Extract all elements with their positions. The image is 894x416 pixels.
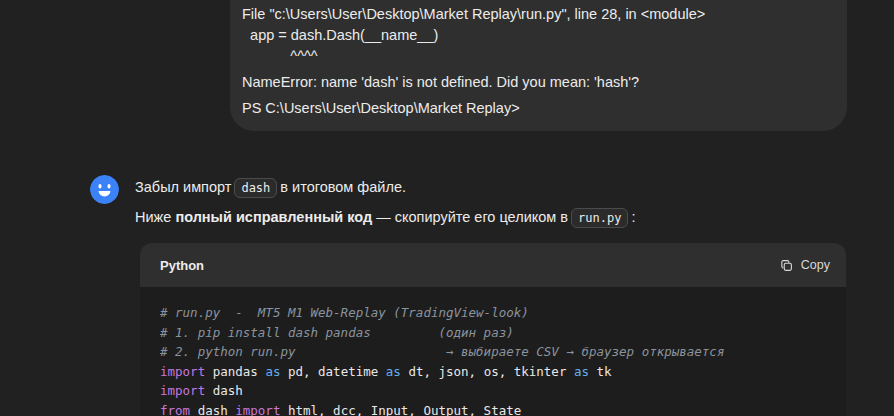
- inline-code: run.py: [571, 208, 628, 228]
- code-token-plain: tk: [589, 364, 612, 379]
- text-run: Ниже: [135, 209, 175, 225]
- code-line: import pandas as pd, datetime as dt, jso…: [160, 362, 826, 382]
- code-line: import dash: [160, 381, 826, 401]
- smiley-face-icon: [90, 175, 119, 204]
- code-token-plain: pd, datetime: [280, 364, 385, 379]
- bold-text: полный исправленный код: [175, 209, 372, 225]
- code-block: Python Copy # run.py - MT5 M1 Web-Replay…: [140, 243, 846, 416]
- chat-page: File "c:\Users\User\Desktop\Market Repla…: [0, 0, 894, 416]
- code-token-comment: # 2. python run.py → выбираете CSV → бра…: [160, 344, 724, 359]
- terminal-line: app = dash.Dash(__name__): [242, 25, 833, 46]
- assistant-message: Забыл импортdashв итоговом файле. Ниже п…: [135, 177, 845, 228]
- code-token-kw2: as: [386, 364, 401, 379]
- code-token-kw: import: [160, 364, 205, 379]
- code-token-plain: pandas: [205, 364, 265, 379]
- code-token-plain: dash: [190, 403, 235, 416]
- code-language-label: Python: [160, 258, 204, 273]
- assistant-paragraph-1: Забыл импортdashв итоговом файле.: [135, 177, 845, 198]
- text-run: — скопируйте его целиком в: [372, 209, 568, 225]
- copy-button[interactable]: Copy: [779, 258, 830, 273]
- code-content: # run.py - MT5 M1 Web-Replay (TradingVie…: [140, 287, 846, 416]
- text-run: Забыл импорт: [135, 179, 231, 195]
- copy-icon: [779, 258, 794, 273]
- terminal-line: ^^^^: [242, 46, 833, 67]
- code-token-comment: # 1. pip install dash pandas (один раз): [160, 325, 514, 340]
- text-run: :: [631, 209, 635, 225]
- code-token-plain: html, dcc, Input, Output, State: [280, 403, 521, 416]
- code-token-kw2: as: [265, 364, 280, 379]
- code-token-plain: dt, json, os, tkinter: [401, 364, 574, 379]
- user-message-bubble: File "c:\Users\User\Desktop\Market Repla…: [230, 0, 847, 131]
- code-token-kw: import: [160, 383, 205, 398]
- assistant-paragraph-2: Ниже полный исправленный код — скопируйт…: [135, 207, 845, 228]
- code-line: from dash import html, dcc, Input, Outpu…: [160, 401, 826, 416]
- code-line: # run.py - MT5 M1 Web-Replay (TradingVie…: [160, 303, 826, 323]
- code-block-header: Python Copy: [140, 243, 846, 287]
- terminal-lines: File "c:\Users\User\Desktop\Market Repla…: [242, 4, 833, 119]
- code-token-kw: from: [160, 403, 190, 416]
- inline-code: dash: [234, 178, 277, 198]
- terminal-line: File "c:\Users\User\Desktop\Market Repla…: [242, 4, 833, 25]
- code-line: # 2. python run.py → выбираете CSV → бра…: [160, 342, 826, 362]
- text-run: в итоговом файле.: [280, 179, 406, 195]
- code-line: # 1. pip install dash pandas (один раз): [160, 323, 826, 343]
- terminal-line: PS C:\Users\User\Desktop\Market Replay>: [242, 98, 833, 119]
- code-token-comment: # run.py - MT5 M1 Web-Replay (TradingVie…: [160, 305, 529, 320]
- assistant-avatar: [90, 175, 119, 204]
- code-token-kw2: as: [574, 364, 589, 379]
- copy-button-label: Copy: [801, 258, 830, 272]
- code-token-plain: dash: [205, 383, 243, 398]
- code-token-kw: import: [235, 403, 280, 416]
- terminal-line: NameError: name 'dash' is not defined. D…: [242, 72, 833, 93]
